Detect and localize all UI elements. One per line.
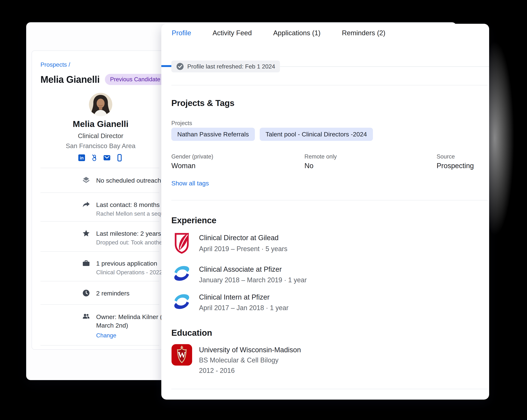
divider bbox=[41, 251, 159, 252]
experience-dates: April 2019 – Present · 5 years bbox=[199, 245, 287, 253]
screen: Prospects / Melia Gianelli Previous Cand… bbox=[0, 0, 527, 420]
field-label-gender: Gender (private) bbox=[171, 153, 213, 160]
briefcase-icon bbox=[82, 259, 90, 267]
tab-reminders[interactable]: Reminders (2) bbox=[342, 29, 385, 37]
projects-tags-heading: Projects & Tags bbox=[171, 98, 234, 108]
gem-icon[interactable] bbox=[91, 154, 98, 162]
experience-title: Clinical Director at Gilead bbox=[199, 234, 279, 242]
divider bbox=[41, 304, 159, 305]
phone-icon[interactable] bbox=[116, 154, 123, 162]
projects-label: Projects bbox=[171, 120, 192, 127]
experience-title: Clinical Associate at Pfizer bbox=[199, 265, 282, 273]
people-icon bbox=[82, 312, 90, 321]
pfizer-logo bbox=[171, 264, 192, 283]
tab-applications[interactable]: Applications (1) bbox=[273, 29, 321, 37]
divider bbox=[41, 168, 159, 168]
candidate-header: Melia Gianelli Previous Candidate bbox=[41, 74, 165, 85]
profile-location: San Francisco Bay Area bbox=[32, 142, 169, 150]
svg-text:in: in bbox=[80, 156, 84, 160]
experience-title: Clinical Intern at Pfizer bbox=[199, 293, 270, 301]
divider bbox=[41, 193, 159, 193]
layers-icon bbox=[82, 176, 90, 184]
candidate-name-heading: Melia Gianelli bbox=[41, 74, 100, 85]
experience-dates: April 2017 – Jan 2018 · 1 year bbox=[199, 304, 288, 312]
show-all-tags-link[interactable]: Show all tags bbox=[171, 180, 209, 187]
experience-dates: January 2018 – March 2019 · 1 year bbox=[199, 276, 307, 284]
star-icon bbox=[82, 229, 90, 237]
education-heading: Education bbox=[171, 328, 212, 338]
field-value-source: Prospecting bbox=[437, 162, 474, 170]
contact-icons-row: in bbox=[78, 154, 123, 162]
field-value-remote: No bbox=[304, 162, 314, 170]
linkedin-icon[interactable]: in bbox=[78, 154, 85, 162]
email-icon[interactable] bbox=[103, 154, 111, 162]
project-chip[interactable]: Talent pool - Clinical Directors -2024 bbox=[260, 128, 373, 141]
field-label-remote: Remote only bbox=[304, 153, 337, 160]
divider bbox=[41, 221, 159, 222]
previous-candidate-badge: Previous Candidate bbox=[105, 74, 165, 85]
field-value-gender: Woman bbox=[171, 162, 196, 170]
project-chips: Nathan Passive Referrals Talent pool - C… bbox=[171, 128, 373, 141]
profile-refreshed-banner: Profile last refreshed: Feb 1 2024 bbox=[171, 61, 280, 72]
profile-name: Melia Gianelli bbox=[32, 119, 169, 129]
divider bbox=[41, 345, 159, 345]
breadcrumb[interactable]: Prospects / bbox=[41, 61, 70, 68]
edge-glow bbox=[483, 41, 527, 366]
check-circle-icon bbox=[176, 63, 184, 70]
profile-detail-panel: Profile Activity Feed Applications (1) R… bbox=[161, 24, 489, 399]
section-divider bbox=[171, 85, 488, 85]
gilead-logo bbox=[171, 232, 192, 254]
tab-profile[interactable]: Profile bbox=[172, 29, 191, 37]
candidate-summary-card: Prospects / Melia Gianelli Previous Cand… bbox=[32, 51, 181, 350]
education-school: University of Wisconsin-Madison bbox=[199, 346, 301, 354]
section-divider bbox=[171, 389, 488, 389]
banner-text: Profile last refreshed: Feb 1 2024 bbox=[187, 63, 275, 70]
field-label-source: Source bbox=[437, 153, 455, 160]
divider bbox=[41, 281, 159, 281]
education-degree: BS Molecular & Cell Bilogy bbox=[199, 356, 278, 364]
forward-arrow-icon bbox=[82, 200, 90, 209]
clock-icon bbox=[82, 289, 90, 297]
uw-madison-logo: W bbox=[171, 344, 192, 366]
experience-heading: Experience bbox=[171, 215, 216, 225]
profile-job-title: Clinical Director bbox=[32, 132, 169, 140]
tab-bar: Profile Activity Feed Applications (1) R… bbox=[161, 24, 489, 42]
tab-activity-feed[interactable]: Activity Feed bbox=[213, 29, 252, 37]
education-years: 2012 - 2016 bbox=[199, 367, 235, 375]
pfizer-logo bbox=[171, 292, 192, 312]
svg-text:W: W bbox=[178, 350, 186, 359]
section-divider bbox=[171, 200, 488, 200]
avatar bbox=[89, 93, 112, 116]
project-chip[interactable]: Nathan Passive Referrals bbox=[171, 128, 255, 141]
